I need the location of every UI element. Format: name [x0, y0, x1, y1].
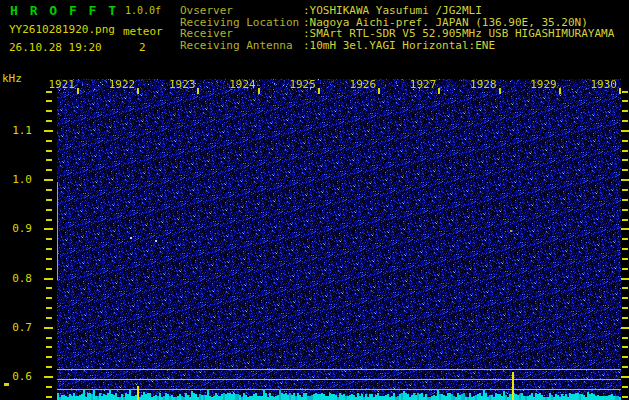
x-tick-label: 1926 [346, 80, 376, 90]
y-minor-tick-left [46, 258, 52, 260]
spectrogram-plot [57, 79, 621, 400]
hrofft-screen: H R O F F T 1.0.0f YY2610281920.png mete… [0, 0, 629, 400]
x-tick-label: 1922 [105, 80, 135, 90]
y-minor-tick-right [622, 238, 628, 240]
info-label: Receiving Antenna [180, 40, 303, 52]
y-tick-label: 1.1 [6, 125, 32, 136]
y-major-tick-left [44, 179, 53, 181]
y-major-tick-left [44, 278, 53, 280]
echo-event-marker [137, 386, 139, 400]
y-minor-tick-left [46, 150, 52, 152]
info-label: Receiver [180, 28, 303, 40]
y-minor-tick-stub [4, 383, 9, 386]
y-minor-tick-right [622, 189, 628, 191]
y-tick-label: 0.6 [6, 371, 32, 382]
x-tick-label: 1923 [165, 80, 195, 90]
y-minor-tick-left [46, 159, 52, 161]
y-major-tick-left [44, 327, 53, 329]
y-minor-tick-right [622, 110, 628, 112]
y-major-tick-right [621, 376, 629, 378]
y-minor-tick-right [622, 287, 628, 289]
y-minor-tick-left [46, 386, 52, 388]
echo-event-marker [512, 372, 514, 400]
y-minor-tick-left [46, 120, 52, 122]
y-minor-tick-right [622, 209, 628, 211]
y-major-tick-right [621, 278, 629, 280]
y-minor-tick-right [622, 169, 628, 171]
y-minor-tick-left [46, 238, 52, 240]
y-minor-tick-left [46, 356, 52, 358]
x-tick-mark [619, 88, 621, 94]
x-tick-mark [438, 88, 440, 94]
y-minor-tick-left [46, 307, 52, 309]
info-label: Ovserver [180, 5, 303, 17]
y-minor-tick-left [46, 100, 52, 102]
y-minor-tick-left [46, 169, 52, 171]
x-tick-mark [258, 88, 260, 94]
mode-label: meteor [123, 25, 163, 38]
y-major-tick-left [44, 376, 53, 378]
x-tick-mark [318, 88, 320, 94]
x-tick-label: 1930 [587, 80, 617, 90]
y-minor-tick-left [46, 337, 52, 339]
info-row-3: Receiving Antenna:10mH 3el.YAGI Horizont… [180, 40, 614, 52]
station-info-block: Ovserver:YOSHIKAWA Yasufumi /JG2MLIRecei… [180, 5, 614, 51]
y-minor-tick-right [622, 356, 628, 358]
x-tick-mark [559, 88, 561, 94]
y-tick-label: 0.8 [6, 273, 32, 284]
y-minor-tick-left [46, 366, 52, 368]
y-minor-tick-left [46, 346, 52, 348]
y-tick-label: 0.7 [6, 322, 32, 333]
x-tick-label: 1928 [467, 80, 497, 90]
echo-count: 2 [139, 41, 146, 54]
x-tick-mark [197, 88, 199, 94]
y-minor-tick-left [46, 287, 52, 289]
y-minor-tick-left [46, 199, 52, 201]
y-minor-tick-left [46, 317, 52, 319]
app-version: 1.0.0f [125, 5, 161, 16]
y-minor-tick-right [622, 150, 628, 152]
y-minor-tick-right [622, 100, 628, 102]
spectrogram-canvas [57, 79, 621, 400]
y-minor-tick-left [46, 91, 52, 93]
y-major-tick-right [621, 327, 629, 329]
y-major-tick-right [621, 228, 629, 230]
x-tick-mark [137, 88, 139, 94]
y-minor-tick-left [46, 396, 52, 398]
y-minor-tick-left [46, 297, 52, 299]
y-major-tick-right [621, 179, 629, 181]
y-major-tick-left [44, 228, 53, 230]
y-minor-tick-left [46, 140, 52, 142]
x-tick-label: 1921 [45, 80, 75, 90]
y-minor-tick-right [622, 386, 628, 388]
y-minor-tick-left [46, 209, 52, 211]
x-tick-label: 1924 [226, 80, 256, 90]
y-minor-tick-right [622, 346, 628, 348]
y-minor-tick-left [46, 219, 52, 221]
x-tick-mark [378, 88, 380, 94]
y-tick-label: 0.9 [6, 223, 32, 234]
y-major-tick-right [621, 130, 629, 132]
x-tick-label: 1925 [286, 80, 316, 90]
y-minor-tick-left [46, 248, 52, 250]
y-tick-label: 1.0 [6, 174, 32, 185]
x-tick-mark [77, 88, 79, 94]
x-tick-mark [499, 88, 501, 94]
y-minor-tick-right [622, 199, 628, 201]
x-tick-label: 1927 [406, 80, 436, 90]
info-value: :10mH 3el.YAGI Horizontal:ENE [303, 39, 495, 52]
y-minor-tick-right [622, 258, 628, 260]
y-minor-tick-left [46, 268, 52, 270]
y-minor-tick-right [622, 297, 628, 299]
app-title: H R O F F T [10, 3, 118, 18]
y-minor-tick-right [622, 268, 628, 270]
datetime-label: 26.10.28 19:20 [9, 41, 102, 54]
y-minor-tick-left [46, 189, 52, 191]
y-minor-tick-right [622, 140, 628, 142]
y-minor-tick-right [622, 159, 628, 161]
y-major-tick-left [44, 130, 53, 132]
y-minor-tick-left [46, 110, 52, 112]
y-axis-unit-label: kHz [2, 72, 22, 85]
y-minor-tick-right [622, 91, 628, 93]
y-minor-tick-right [622, 366, 628, 368]
